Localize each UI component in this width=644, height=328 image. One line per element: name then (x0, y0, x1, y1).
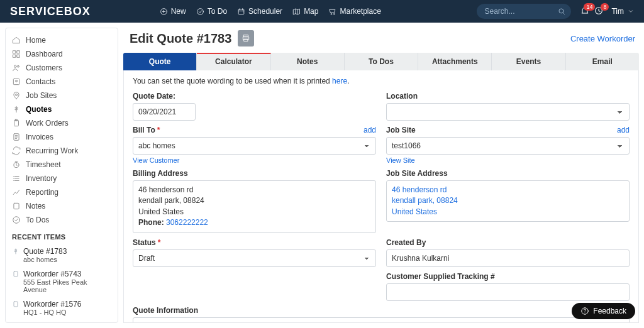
notification-badge-2: 8 (601, 3, 609, 11)
address-line: United States (138, 207, 370, 217)
job-site-select[interactable]: test1066 (386, 137, 630, 155)
sidebar-item-timesheet[interactable]: Timesheet (12, 158, 111, 172)
recent-item-sub: abc homes (23, 256, 111, 263)
required-indicator: * (158, 238, 161, 247)
bill-to-select[interactable]: abc homes (133, 137, 376, 155)
svg-point-14 (16, 80, 18, 82)
view-site-link[interactable]: View Site (386, 156, 630, 164)
sidebar-item-label: To Dos (26, 216, 49, 224)
repeat-icon (12, 146, 21, 155)
recent-item-title: Workorder #1576 (23, 300, 82, 309)
svg-point-1 (197, 8, 203, 14)
svg-point-3 (331, 13, 333, 14)
sidebar-item-label: Inventory (26, 174, 57, 183)
topnav-map[interactable]: Map (292, 7, 318, 16)
notifications-bell-1[interactable]: 14 (580, 6, 590, 18)
sidebar-item-workorders[interactable]: Work Orders (12, 116, 111, 130)
tracking-input[interactable] (386, 283, 630, 301)
billing-address-label: Billing Address (133, 169, 376, 178)
location-select[interactable] (386, 103, 630, 121)
sidebar-item-contacts[interactable]: Contacts (12, 75, 111, 89)
cart-icon (328, 8, 336, 16)
sidebar-item-label: Dashboard (26, 50, 63, 58)
tab-email[interactable]: Email (566, 53, 639, 70)
quote-date-input[interactable] (133, 103, 196, 121)
address-line-link[interactable]: United States (392, 207, 437, 216)
clipboard-icon (12, 300, 19, 308)
phone-link[interactable]: 3062222222 (166, 218, 208, 227)
svg-rect-23 (14, 302, 18, 307)
contact-icon (12, 77, 21, 86)
address-line-link[interactable]: kendall park, 08824 (392, 196, 458, 205)
hint-link[interactable]: here (332, 77, 347, 85)
plus-circle-icon (160, 8, 168, 16)
sidebar-item-todos[interactable]: To Dos (12, 213, 111, 227)
print-button[interactable] (238, 30, 254, 46)
job-site-add-link[interactable]: add (617, 126, 630, 134)
quote-info-textarea[interactable] (133, 317, 630, 323)
sidebar-item-home[interactable]: Home (12, 33, 111, 47)
tab-calculator[interactable]: Calculator (197, 53, 270, 70)
notifications-bell-2[interactable]: 8 (594, 6, 604, 18)
topnav-new-label: New (171, 7, 186, 16)
sidebar-item-label: Quotes (26, 105, 52, 114)
svg-rect-20 (14, 203, 19, 209)
svg-rect-2 (238, 9, 244, 14)
feedback-button[interactable]: Feedback (572, 303, 635, 319)
status-select[interactable]: Draft (133, 249, 376, 267)
sidebar-item-label: Customers (26, 63, 62, 72)
created-by-input[interactable] (386, 249, 630, 267)
tab-attachments[interactable]: Attachments (418, 53, 492, 70)
dollar-icon (12, 248, 19, 255)
sidebar-item-label: Reporting (26, 188, 58, 197)
tab-todos[interactable]: To Dos (345, 53, 418, 70)
tab-quote[interactable]: Quote (123, 53, 197, 70)
create-workorder-link[interactable]: Create Workorder (570, 34, 639, 43)
printer-icon (242, 34, 250, 43)
svg-point-12 (17, 65, 19, 67)
svg-point-5 (559, 9, 564, 13)
page-title: Edit Quote #1783 (130, 31, 231, 46)
recent-item[interactable]: Workorder #52992228 Angus Street (12, 320, 111, 323)
sidebar-item-invoices[interactable]: Invoices (12, 130, 111, 144)
map-icon (292, 8, 301, 16)
job-site-label: Job Site (386, 126, 416, 134)
svg-point-21 (13, 217, 20, 224)
tab-notes[interactable]: Notes (271, 53, 345, 70)
sidebar-item-quotes[interactable]: Quotes (12, 102, 111, 116)
topnav-new[interactable]: New (160, 7, 186, 16)
sidebar-item-jobsites[interactable]: Job Sites (12, 89, 111, 102)
user-menu[interactable]: Tim (611, 7, 634, 16)
job-site-address-label: Job Site Address (386, 169, 630, 178)
svg-point-11 (14, 65, 17, 68)
sidebar: Home Dashboard Customers Contacts Job Si… (5, 28, 118, 323)
tab-events[interactable]: Events (492, 53, 565, 70)
question-circle-icon (580, 307, 589, 315)
topnav-todo[interactable]: To Do (196, 7, 227, 16)
location-label: Location (386, 92, 630, 101)
chevron-down-icon (628, 8, 634, 14)
sidebar-item-recurring[interactable]: Recurring Work (12, 144, 111, 158)
dashboard-icon (12, 50, 21, 58)
sidebar-item-notes[interactable]: Notes (12, 199, 111, 213)
recent-item[interactable]: Workorder #5743555 East Pikes Peak Avenu… (12, 267, 111, 297)
address-line: 46 henderson rd (138, 185, 370, 195)
address-line-link[interactable]: 46 henderson rd (392, 185, 447, 194)
sidebar-item-label: Job Sites (26, 91, 57, 100)
quote-date-label: Quote Date: (133, 92, 376, 101)
sidebar-item-label: Home (26, 36, 46, 45)
topnav-scheduler[interactable]: Scheduler (237, 7, 282, 16)
sidebar-item-customers[interactable]: Customers (12, 61, 111, 75)
view-customer-link[interactable]: View Customer (133, 156, 376, 164)
clipboard-icon (12, 119, 21, 128)
svg-rect-7 (13, 51, 16, 53)
sidebar-item-label: Recurring Work (26, 146, 78, 155)
sidebar-item-inventory[interactable]: Inventory (12, 172, 111, 185)
sidebar-item-reporting[interactable]: Reporting (12, 185, 111, 199)
recent-item[interactable]: Workorder #1576HQ1 - HQ HQ (12, 297, 111, 320)
topnav-marketplace[interactable]: Marketplace (328, 7, 380, 16)
sidebar-item-dashboard[interactable]: Dashboard (12, 47, 111, 61)
recent-item[interactable]: Quote #1783abc homes (12, 244, 111, 267)
bill-to-add-link[interactable]: add (364, 126, 376, 134)
svg-point-15 (16, 94, 18, 96)
